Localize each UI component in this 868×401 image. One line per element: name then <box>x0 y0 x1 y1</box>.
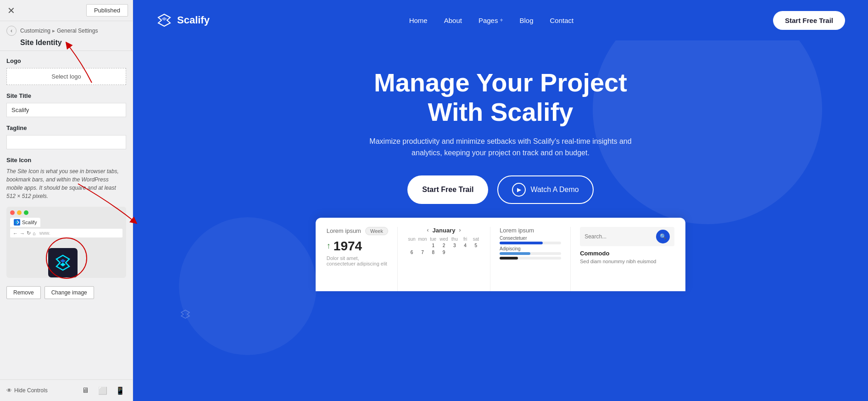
stats-widget-label: Lorem ipsum <box>327 227 361 234</box>
bar1-label: Consectetuer <box>500 236 561 241</box>
nav-contact[interactable]: Contact <box>550 17 574 24</box>
cal-prev[interactable]: ‹ <box>427 227 429 233</box>
hero-primary-button[interactable]: Start Free Trail <box>407 175 488 204</box>
browser-url-bar: www. <box>39 231 50 236</box>
calendar-grid: sun mon tue wed thu fri sat 1 2 3 4 5 6 … <box>407 237 481 255</box>
nav-blog[interactable]: Blog <box>519 17 533 24</box>
nav-home[interactable]: Home <box>409 17 428 24</box>
published-button[interactable]: Published <box>86 4 128 17</box>
stats-value: 1974 <box>334 239 362 254</box>
nav-forward-icon: → <box>20 231 25 236</box>
website-preview: Scalify Home About Pages + Blog Contact … <box>133 0 868 401</box>
section-title: Site Identity <box>6 38 126 47</box>
site-icon-description: The Site Icon is what you see in browser… <box>6 167 126 200</box>
browser-navigation: ← → ↻ ⌂ www. <box>10 229 122 237</box>
site-title-input[interactable] <box>6 103 126 117</box>
progress-widget: Lorem ipsum Consectetuer Adipiscing <box>500 227 571 291</box>
search-widget: 🔍 Commodo Sed diam nonummy nibh euismod <box>580 227 674 291</box>
scalify-watermark <box>179 308 192 323</box>
dot-yellow <box>17 210 22 215</box>
stats-sub: Dolor sit amet, consectetuer adipiscing … <box>327 255 388 266</box>
bg-circle-1 <box>593 40 822 224</box>
site-icon-label: Site Icon <box>6 157 126 164</box>
tab-favicon <box>14 219 20 226</box>
hero-secondary-button[interactable]: ▶ Watch A Demo <box>497 175 593 204</box>
header-cta-button[interactable]: Start Free Trail <box>773 11 845 30</box>
cal-next[interactable]: › <box>459 227 461 233</box>
customizer-panel: ✕ Published ‹ Customizing ▸ General Sett… <box>0 0 133 401</box>
tablet-view-button[interactable]: ⬜ <box>97 384 109 396</box>
hero-subtitle: Maximize productivity and minimize setba… <box>363 136 638 159</box>
dashboard-preview: Lorem ipsum Week ↑ 1974 Dolor sit amet, … <box>316 218 685 291</box>
favicon-logo <box>52 252 74 274</box>
icon-action-buttons: Remove Change image <box>6 286 126 299</box>
site-title-label: Site Title <box>6 92 126 99</box>
eye-icon: 👁 <box>6 387 12 394</box>
progress-bar-3 <box>500 257 561 260</box>
progress-bar-2: Adipiscing <box>500 246 561 255</box>
customizer-topbar: ✕ Published <box>0 0 133 21</box>
panel-content: Logo Select logo Site Title Tagline Site… <box>0 51 133 379</box>
back-button[interactable]: ‹ <box>6 26 17 36</box>
nav-about[interactable]: About <box>444 17 462 24</box>
site-logo: Scalify <box>156 12 210 28</box>
nav-refresh-icon: ↻ <box>27 230 31 236</box>
hide-controls-button[interactable]: 👁 Hide Controls <box>6 387 48 394</box>
nav-back-icon: ← <box>13 231 18 236</box>
logo-icon <box>156 12 172 28</box>
site-logo-text: Scalify <box>177 14 210 26</box>
nav-home-icon: ⌂ <box>33 231 36 236</box>
logo-label: Logo <box>6 57 126 64</box>
favicon-preview <box>47 247 79 279</box>
play-icon: ▶ <box>512 183 526 197</box>
tagline-label: Tagline <box>6 124 126 131</box>
tagline-input[interactable] <box>6 135 126 149</box>
cal-month: January <box>433 227 456 234</box>
close-button[interactable]: ✕ <box>5 4 17 17</box>
search-widget-title: Commodo <box>580 250 674 257</box>
mobile-view-button[interactable]: 📱 <box>114 384 126 396</box>
search-icon-button[interactable]: 🔍 <box>656 230 670 243</box>
calendar-widget: ‹ January › sun mon tue wed thu fri sat … <box>407 227 490 291</box>
bar2-label: Adipiscing <box>500 246 561 251</box>
hide-controls-label: Hide Controls <box>14 387 48 394</box>
hero-title: Manage Your Project With Scalify <box>374 68 627 127</box>
stats-arrow: ↑ <box>327 241 331 251</box>
breadcrumb-area: ‹ Customizing ▸ General Settings Site Id… <box>0 21 133 51</box>
browser-dots <box>10 210 122 215</box>
dot-red <box>10 210 15 215</box>
browser-preview: Scalify ← → ↻ ⌂ www. <box>6 207 126 278</box>
select-logo-button[interactable]: Select logo <box>6 68 126 85</box>
hero-section: Manage Your Project With Scalify Maximiz… <box>133 40 868 401</box>
change-image-button[interactable]: Change image <box>45 286 94 299</box>
site-navigation: Home About Pages + Blog Contact <box>409 17 574 24</box>
breadcrumb-separator: ▸ <box>52 28 55 34</box>
stats-widget: Lorem ipsum Week ↑ 1974 Dolor sit amet, … <box>327 227 398 291</box>
stats-widget-badge: Week <box>365 227 388 235</box>
remove-icon-button[interactable]: Remove <box>6 286 41 299</box>
search-widget-sub: Sed diam nonummy nibh euismod <box>580 259 674 264</box>
browser-tab: Scalify <box>10 218 40 227</box>
hero-buttons: Start Free Trail ▶ Watch A Demo <box>407 175 593 204</box>
search-input[interactable] <box>584 233 653 240</box>
bottom-bar: 👁 Hide Controls 🖥 ⬜ 📱 <box>0 379 133 401</box>
desktop-view-button[interactable]: 🖥 <box>79 384 91 396</box>
watch-demo-label: Watch A Demo <box>530 186 579 194</box>
search-bar: 🔍 <box>580 227 674 246</box>
breadcrumb-customizing: Customizing <box>20 28 50 34</box>
dot-green <box>24 210 28 215</box>
progress-widget-label: Lorem ipsum <box>500 227 561 234</box>
browser-tab-title: Scalify <box>22 220 37 225</box>
bg-circle-2 <box>179 217 317 355</box>
nav-pages[interactable]: Pages + <box>479 17 503 24</box>
progress-bar-1: Consectetuer <box>500 236 561 244</box>
site-header: Scalify Home About Pages + Blog Contact … <box>133 0 868 40</box>
breadcrumb-section: General Settings <box>57 28 98 34</box>
